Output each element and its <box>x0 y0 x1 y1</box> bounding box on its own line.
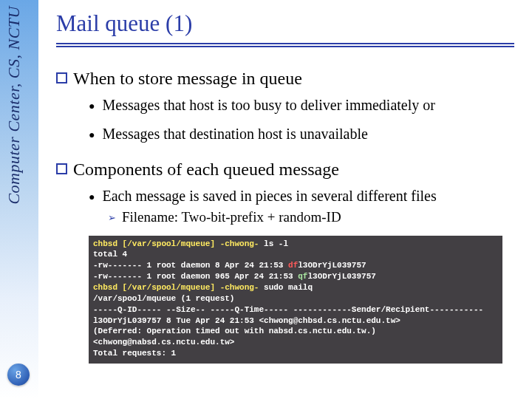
content-area: Mail queue (1) When to store message in … <box>38 0 532 399</box>
sub-bullet: ➢ Filename: Two-bit-prefix + random-ID <box>108 209 514 225</box>
terminal-output: chbsd [/var/spool/mqueue] -chwong- ls -l… <box>89 236 502 364</box>
terminal-line: chbsd [/var/spool/mqueue] -chwong- sudo … <box>93 282 498 293</box>
heading-text: When to store message in queue <box>73 68 302 89</box>
slide-title: Mail queue (1) <box>56 10 514 37</box>
list-item: ● Messages that destination host is unav… <box>89 126 514 143</box>
bullet-list: ● Each message is saved in pieces in sev… <box>89 188 514 205</box>
bullet-text: Messages that host is too busy to delive… <box>102 97 435 114</box>
page-number-badge: 8 <box>7 364 30 386</box>
terminal-line: chbsd [/var/spool/mqueue] -chwong- ls -l <box>93 239 498 250</box>
dot-icon: ● <box>89 191 95 205</box>
sub-bullet-text: Filename: Two-bit-prefix + random-ID <box>122 209 341 225</box>
slide: Computer Center, CS, NCTU 8 Mail queue (… <box>0 0 532 399</box>
square-bullet-icon <box>56 163 67 174</box>
section-heading: When to store message in queue <box>56 68 514 89</box>
terminal-line: Total requests: 1 <box>93 348 498 359</box>
bullet-text: Each message is saved in pieces in sever… <box>102 188 436 205</box>
terminal-line: /var/spool/mqueue (1 request) <box>93 293 498 304</box>
terminal-line: -----Q-ID----- --Size-- -----Q-Time-----… <box>93 304 498 316</box>
terminal-line: -rw------- 1 root daemon 965 Apr 24 21:5… <box>93 271 498 282</box>
section-2: Components of each queued message ● Each… <box>56 159 514 225</box>
list-item: ● Each message is saved in pieces in sev… <box>89 188 514 205</box>
divider-line-1 <box>56 43 514 44</box>
terminal-line: l3ODrYjL039757 8 Tue Apr 24 21:53 <chwon… <box>93 316 498 327</box>
terminal-line: total 4 <box>93 249 498 260</box>
section-heading: Components of each queued message <box>56 159 514 180</box>
bullet-list: ● Messages that host is too busy to deli… <box>89 97 514 143</box>
list-item: ● Messages that host is too busy to deli… <box>89 97 514 114</box>
bullet-text: Messages that destination host is unavai… <box>102 126 367 143</box>
section-1: When to store message in queue ● Message… <box>56 68 514 143</box>
terminal-line: -rw------- 1 root daemon 8 Apr 24 21:53 … <box>93 260 498 271</box>
sidebar: Computer Center, CS, NCTU 8 <box>0 0 38 399</box>
divider-line-2 <box>56 46 514 47</box>
terminal-line: <chwong@nabsd.cs.nctu.edu.tw> <box>93 337 498 348</box>
triangle-icon: ➢ <box>108 212 116 225</box>
dot-icon: ● <box>89 129 95 143</box>
page-number: 8 <box>16 369 21 381</box>
sidebar-vertical-label: Computer Center, CS, NCTU <box>4 6 24 205</box>
terminal-line: (Deferred: Operation timed out with nabs… <box>93 326 498 337</box>
square-bullet-icon <box>56 72 67 83</box>
dot-icon: ● <box>89 100 95 114</box>
title-divider <box>56 43 514 47</box>
heading-text: Components of each queued message <box>73 159 339 180</box>
